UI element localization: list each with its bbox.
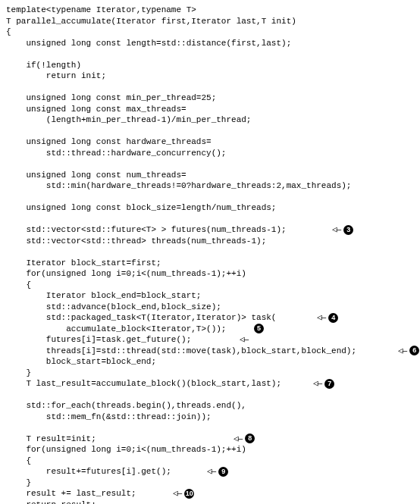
annotation-badge: 6 xyxy=(409,346,419,355)
code-line: Iterator block_start=first; xyxy=(6,258,414,269)
annotation-marker: ◁—6 xyxy=(398,346,419,357)
annotation-marker: ◁—10 xyxy=(173,488,194,499)
code-line: unsigned long const min_per_thread=25; xyxy=(6,92,414,104)
arrow-icon: ◁— xyxy=(240,334,248,346)
code-line: std::packaged_task<T(Iterator,Iterator)>… xyxy=(6,312,414,324)
code-line: unsigned long const block_size=length/nu… xyxy=(6,202,414,214)
annotation-marker: ◁—8 xyxy=(234,434,255,445)
arrow-icon: ◁— xyxy=(332,224,340,236)
arrow-icon: ◁— xyxy=(398,346,406,357)
code-line xyxy=(6,214,414,225)
code-line: { xyxy=(6,280,414,291)
code-line: T result=init;◁—8 xyxy=(6,434,414,445)
code-line xyxy=(6,158,414,170)
annotation-badge: 8 xyxy=(245,434,255,443)
code-line: std::min(hardware_threads!=0?hardware_th… xyxy=(6,180,414,192)
code-line xyxy=(6,246,414,258)
code-line: std::vector<std::thread> threads(num_thr… xyxy=(6,236,414,247)
code-line: std::thread::hardware_concurrency(); xyxy=(6,148,414,159)
code-line: return init; xyxy=(6,70,414,82)
code-line: result += last_result;◁—10 xyxy=(6,488,414,499)
code-line: (length+min_per_thread-1)/min_per_thread… xyxy=(6,114,414,126)
annotation-marker: ◁—4 xyxy=(317,312,338,324)
arrow-icon: ◁— xyxy=(317,312,325,324)
code-line xyxy=(6,49,414,60)
code-line: futures[i]=task.get_future();◁— xyxy=(6,334,414,346)
annotation-badge: 4 xyxy=(328,313,338,323)
code-line: T parallel_accumulate(Iterator first,Ite… xyxy=(6,16,414,27)
code-line: { xyxy=(6,27,414,38)
code-line: accumulate_block<Iterator,T>());5 xyxy=(6,324,414,335)
annotation-badge: 5 xyxy=(254,324,264,333)
code-line: { xyxy=(6,455,414,467)
arrow-icon: ◁— xyxy=(234,434,242,445)
annotation-marker: ◁—9 xyxy=(207,466,228,477)
code-line: result+=futures[i].get();◁—9 xyxy=(6,466,414,477)
arrow-icon: ◁— xyxy=(313,378,321,390)
annotation-marker: ◁— xyxy=(240,334,251,346)
annotation-marker: ◁—7 xyxy=(313,378,334,390)
code-line: std::vector<std::future<T> > futures(num… xyxy=(6,224,414,236)
code-line: T last_result=accumulate_block()(block_s… xyxy=(6,378,414,390)
code-listing: template<typename Iterator,typename T>T … xyxy=(6,5,414,504)
annotation-marker: ◁—3 xyxy=(332,224,353,236)
annotation-badge: 10 xyxy=(184,489,194,499)
code-line xyxy=(6,126,414,137)
code-line: return result; xyxy=(6,499,414,505)
arrow-icon: ◁— xyxy=(207,466,215,477)
code-line: Iterator block_end=block_start; xyxy=(6,290,414,302)
code-line: } xyxy=(6,477,414,489)
code-line xyxy=(6,390,414,401)
code-line: unsigned long const hardware_threads= xyxy=(6,136,414,148)
annotation-badge: 3 xyxy=(343,225,353,235)
annotation-marker: 5 xyxy=(251,324,264,333)
code-line: unsigned long const max_threads= xyxy=(6,104,414,115)
code-line: std::for_each(threads.begin(),threads.en… xyxy=(6,400,414,412)
code-line: for(unsigned long i=0;i<(num_threads-1);… xyxy=(6,444,414,455)
code-line: block_start=block_end; xyxy=(6,356,414,368)
code-line: if(!length) xyxy=(6,60,414,71)
code-line: threads[i]=std::thread(std::move(task),b… xyxy=(6,346,414,357)
code-line: } xyxy=(6,368,414,379)
code-line: unsigned long const length=std::distance… xyxy=(6,38,414,49)
code-line: template<typename Iterator,typename T> xyxy=(6,5,414,16)
code-line xyxy=(6,192,414,203)
code-line xyxy=(6,82,414,93)
code-line: unsigned long const num_threads= xyxy=(6,170,414,181)
code-line: std::mem_fn(&std::thread::join)); xyxy=(6,412,414,423)
code-line: std::advance(block_end,block_size); xyxy=(6,302,414,313)
annotation-badge: 7 xyxy=(324,379,334,389)
annotation-badge: 9 xyxy=(218,467,228,477)
code-line xyxy=(6,422,414,434)
arrow-icon: ◁— xyxy=(173,488,181,499)
code-line: for(unsigned long i=0;i<(num_threads-1);… xyxy=(6,268,414,280)
